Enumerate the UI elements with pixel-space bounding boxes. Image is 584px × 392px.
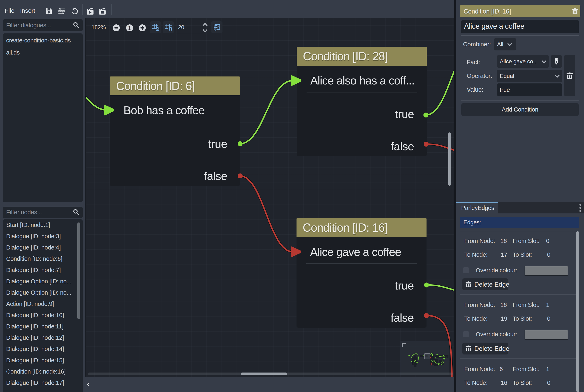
svg-text:1: 1 xyxy=(128,24,132,31)
